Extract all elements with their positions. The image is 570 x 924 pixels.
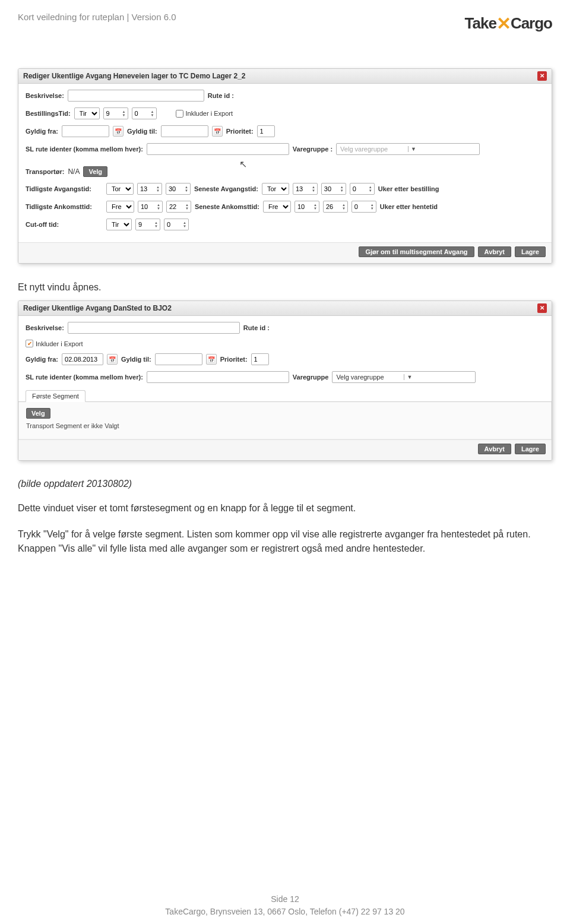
- beskrivelse-label: Beskrivelse:: [26, 324, 64, 331]
- spinner-arrows-icon[interactable]: ▲▼: [338, 185, 346, 192]
- tavg-min-spin[interactable]: ▲▼: [166, 183, 191, 195]
- spinner-arrows-icon[interactable]: ▲▼: [153, 221, 160, 228]
- logo: Take✕Cargo: [465, 12, 552, 33]
- transportor-value: N/A: [68, 167, 80, 176]
- avbryt-button[interactable]: Avbryt: [478, 444, 511, 454]
- varegruppe-select[interactable]: Velg varegruppe▼: [332, 371, 476, 383]
- sank-dag-select[interactable]: Fre: [263, 201, 291, 213]
- savg-min-spin[interactable]: ▲▼: [321, 183, 346, 195]
- inkluder-export-checkbox[interactable]: ✔Inkluder i Export: [26, 340, 83, 347]
- beskrivelse-input[interactable]: [68, 90, 204, 102]
- tidligste-ank-label: Tidligste Ankomsttid:: [26, 203, 103, 210]
- savg-dag-select[interactable]: Tor: [262, 183, 289, 195]
- spinner-arrows-icon[interactable]: ▲▼: [149, 110, 156, 117]
- spinner-arrows-icon[interactable]: ▲▼: [369, 203, 376, 210]
- calendar-icon[interactable]: 📅: [107, 354, 118, 365]
- lagre-button[interactable]: Lagre: [515, 444, 546, 454]
- seneste-ank-label: Seneste Ankomsttid:: [195, 203, 259, 210]
- best-dag-select[interactable]: Tir: [74, 107, 100, 119]
- spinner-arrows-icon[interactable]: ▲▼: [181, 221, 188, 228]
- ukerbest-label: Uker etter bestilling: [378, 185, 439, 192]
- prioritet-label: Prioritet:: [220, 356, 248, 363]
- velg-transportor-button[interactable]: Velg: [83, 166, 107, 177]
- tank-min-spin[interactable]: ▲▼: [166, 201, 191, 213]
- edit-departure-dialog-1: Rediger Ukentlige Avgang Høneveien lager…: [18, 68, 552, 264]
- velg-segment-button[interactable]: Velg: [26, 408, 50, 419]
- footer-address: TakeCargo, Brynsveien 13, 0667 Oslo, Tel…: [0, 906, 570, 918]
- ruteid-label: Rute id :: [208, 92, 234, 99]
- caption-1: Et nytt vindu åpnes.: [18, 280, 552, 295]
- prioritet-label: Prioritet:: [226, 128, 254, 135]
- tab-strip: Første Segment: [18, 390, 552, 402]
- close-icon[interactable]: ✕: [537, 71, 547, 81]
- best-min-spin[interactable]: ▲▼: [132, 107, 157, 119]
- dialog2-title: Rediger Ukentlige Avgang DanSted to BJO2: [23, 304, 172, 312]
- doc-title: Kort veiledning for ruteplan | Version 6…: [18, 12, 176, 22]
- spinner-arrows-icon[interactable]: ▲▼: [367, 185, 374, 192]
- beskrivelse-label: Beskrivelse:: [26, 92, 64, 99]
- slrute-label: SL rute identer (komma mellom hver):: [26, 145, 143, 153]
- calendar-icon[interactable]: 📅: [206, 354, 217, 365]
- dialog1-title: Rediger Ukentlige Avgang Høneveien lager…: [23, 72, 246, 80]
- ruteid-label: Rute id :: [243, 324, 270, 331]
- spinner-arrows-icon[interactable]: ▲▼: [183, 203, 191, 210]
- cursor-icon: ↖: [239, 159, 552, 170]
- tavg-dag-select[interactable]: Tor: [106, 183, 134, 195]
- lagre-button[interactable]: Lagre: [515, 246, 546, 257]
- spinner-arrows-icon[interactable]: ▲▼: [310, 185, 317, 192]
- cutoff-label: Cut-off tid:: [26, 221, 103, 228]
- checked-icon: ✔: [26, 340, 33, 347]
- seneste-avg-label: Seneste Avgangstid:: [194, 185, 258, 192]
- avbryt-button[interactable]: Avbryt: [478, 246, 511, 257]
- calendar-icon[interactable]: 📅: [113, 126, 124, 137]
- tank-hour-spin[interactable]: ▲▼: [138, 201, 163, 213]
- spinner-arrows-icon[interactable]: ▲▼: [312, 203, 319, 210]
- tab-forste-segment[interactable]: Første Segment: [26, 390, 86, 402]
- segment-message: Transport Segment er ikke Valgt: [26, 419, 544, 433]
- spinner-arrows-icon[interactable]: ▲▼: [183, 185, 190, 192]
- transportor-label: Transportør:: [26, 168, 64, 175]
- sank-hour-spin[interactable]: ▲▼: [294, 201, 319, 213]
- varegruppe-select[interactable]: Velg varegruppe▼: [336, 143, 480, 155]
- slrute-input[interactable]: [147, 143, 289, 155]
- spinner-arrows-icon[interactable]: ▲▼: [155, 203, 162, 210]
- multisegment-button[interactable]: Gjør om til multisegment Avgang: [359, 246, 474, 257]
- slrute-label: SL rute identer (komma mellom hver):: [26, 374, 143, 381]
- gyldigtil-label: Gyldig til:: [121, 356, 151, 363]
- ukerhent-label: Uker etter hentetid: [380, 203, 438, 210]
- chevron-down-icon[interactable]: ▼: [408, 146, 479, 152]
- close-icon[interactable]: ✕: [537, 303, 547, 313]
- gyldigfra-input[interactable]: [62, 353, 103, 365]
- cut-min-spin[interactable]: ▲▼: [164, 219, 189, 230]
- gyldigfra-label: Gyldig fra:: [26, 128, 58, 135]
- spinner-arrows-icon[interactable]: ▲▼: [154, 185, 162, 192]
- sank-min-spin[interactable]: ▲▼: [323, 201, 348, 213]
- spinner-arrows-icon[interactable]: ▲▼: [121, 110, 128, 117]
- gyldigfra-label: Gyldig fra:: [26, 356, 58, 363]
- savg-uker-spin[interactable]: ▲▼: [350, 183, 375, 195]
- prioritet-input[interactable]: [251, 353, 269, 365]
- slrute-input[interactable]: [147, 371, 289, 383]
- caption-2: (bilde oppdatert 20130802): [18, 479, 552, 489]
- best-hour-spin[interactable]: ▲▼: [103, 107, 128, 119]
- gyldigtil-input[interactable]: [155, 353, 202, 365]
- gyldigtil-input[interactable]: [161, 125, 208, 137]
- page-number: Side 12: [0, 893, 570, 906]
- savg-hour-spin[interactable]: ▲▼: [293, 183, 318, 195]
- page-footer: Side 12 TakeCargo, Brynsveien 13, 0667 O…: [0, 893, 570, 918]
- inkluder-export-checkbox[interactable]: Inkluder i Export: [176, 110, 233, 118]
- bestillingstid-label: BestillingsTid:: [26, 110, 71, 117]
- chevron-down-icon[interactable]: ▼: [404, 374, 475, 380]
- cut-hour-spin[interactable]: ▲▼: [135, 219, 160, 230]
- varegruppe-label: Varegruppe :: [293, 145, 332, 153]
- spinner-arrows-icon[interactable]: ▲▼: [340, 203, 347, 210]
- calendar-icon[interactable]: 📅: [212, 126, 223, 137]
- prioritet-input[interactable]: [257, 125, 275, 137]
- tank-dag-select[interactable]: Fre: [106, 201, 134, 213]
- tavg-hour-spin[interactable]: ▲▼: [137, 183, 162, 195]
- beskrivelse-input[interactable]: [68, 322, 240, 334]
- edit-departure-dialog-2: Rediger Ukentlige Avgang DanSted to BJO2…: [18, 300, 552, 461]
- sank-uker-spin[interactable]: ▲▼: [352, 201, 376, 213]
- cut-dag-select[interactable]: Tir: [106, 219, 132, 230]
- gyldigfra-input[interactable]: [62, 125, 109, 137]
